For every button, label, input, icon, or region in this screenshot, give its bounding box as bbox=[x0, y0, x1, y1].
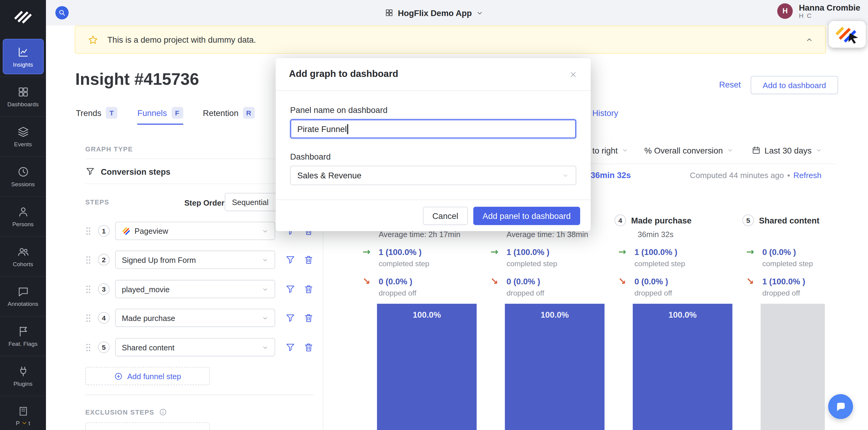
user-name: Hanna Crombie bbox=[799, 3, 861, 12]
funnel-bar[interactable] bbox=[761, 304, 825, 430]
direction-label: to right bbox=[592, 145, 618, 155]
project-switcher[interactable]: HogFlix Demo App bbox=[0, 0, 868, 25]
sidebar-item-dashboards[interactable]: Dashboards bbox=[0, 77, 46, 117]
close-icon[interactable] bbox=[569, 70, 577, 79]
posthog-logo-color-icon bbox=[833, 25, 862, 45]
tab-funnels[interactable]: Funnels F bbox=[137, 107, 183, 125]
funnel-column: 5 Shared content 0 (0.0% ) completed ste… bbox=[741, 188, 836, 430]
tab-label: Funnels bbox=[137, 108, 167, 117]
step-event-label: Shared content bbox=[122, 343, 175, 351]
tab-retention[interactable]: Retention R bbox=[203, 107, 255, 123]
sidebar-item-insights[interactable]: Insights bbox=[2, 39, 43, 74]
chevron-down-icon bbox=[815, 147, 822, 153]
dropped-label: dropped off bbox=[506, 289, 545, 297]
metric-label: % Overall conversion bbox=[645, 145, 723, 155]
project-label-start: P bbox=[16, 420, 20, 426]
drag-handle-icon[interactable] bbox=[85, 313, 93, 323]
step-name: Shared content bbox=[759, 216, 819, 225]
sidebar-item-sessions[interactable]: Sessions bbox=[0, 156, 46, 196]
completed-count: 1 (100.0% ) bbox=[506, 247, 550, 257]
direction-select[interactable]: to right bbox=[592, 136, 628, 164]
funnel-bar[interactable]: 100.0% bbox=[377, 304, 477, 430]
step-number-badge: 4 bbox=[98, 312, 110, 324]
sidebar-item-label: Annotations bbox=[7, 300, 38, 307]
persons-icon bbox=[17, 206, 29, 218]
trash-icon[interactable] bbox=[303, 313, 314, 323]
sidebar-item-plugins[interactable]: Plugins bbox=[0, 356, 46, 396]
sidebar-item-project[interactable]: P t bbox=[0, 396, 46, 430]
refresh-link[interactable]: Refresh bbox=[793, 171, 822, 179]
chat-icon bbox=[834, 400, 846, 412]
sidebar-item-events[interactable]: Events bbox=[0, 116, 46, 156]
computed-text: Computed 44 minutes ago bbox=[690, 171, 784, 179]
posthog-logo-icon[interactable] bbox=[0, 0, 46, 34]
dashboard-select[interactable]: Sales & Revenue bbox=[290, 166, 576, 185]
drag-handle-icon[interactable] bbox=[85, 226, 93, 236]
chevron-down-icon bbox=[262, 257, 269, 263]
user-meta: H C bbox=[799, 12, 861, 19]
modal-header: Add graph to dashboard bbox=[276, 58, 591, 91]
chevron-down-icon bbox=[621, 147, 628, 153]
add-panel-to-dashboard-button[interactable]: Add panel to dashboard bbox=[473, 206, 580, 225]
exclusion-steps-dropzone[interactable] bbox=[85, 423, 210, 430]
sidebar-item-label: Sessions bbox=[11, 181, 35, 188]
step-event-select[interactable]: Pageview bbox=[115, 222, 275, 240]
events-icon bbox=[17, 126, 29, 138]
trash-icon[interactable] bbox=[303, 284, 314, 294]
time-to-convert: 36min 32s bbox=[591, 170, 631, 179]
arrow-down-right-icon bbox=[743, 276, 758, 287]
sidebar-item-cohorts[interactable]: Cohorts bbox=[0, 236, 46, 276]
cancel-button[interactable]: Cancel bbox=[423, 206, 468, 225]
step-event-select[interactable]: played_movie bbox=[115, 280, 275, 298]
funnel-bar[interactable]: 100.0% bbox=[633, 304, 732, 430]
date-range-select[interactable]: Last 30 days bbox=[752, 136, 822, 164]
add-funnel-step-label: Add funnel step bbox=[127, 372, 181, 380]
add-to-dashboard-button[interactable]: Add to dashboard bbox=[751, 76, 838, 94]
chat-launcher[interactable] bbox=[828, 394, 853, 419]
filter-funnel-icon[interactable] bbox=[285, 284, 296, 294]
filter-funnel-icon[interactable] bbox=[285, 342, 296, 352]
sidebar-item-persons[interactable]: Persons bbox=[0, 196, 46, 236]
chevron-up-icon[interactable] bbox=[805, 36, 813, 44]
avatar: H bbox=[777, 3, 793, 19]
tab-badge: R bbox=[243, 107, 254, 118]
add-funnel-step-button[interactable]: Add funnel step bbox=[85, 367, 210, 385]
step-event-select[interactable]: Signed Up from Form bbox=[115, 251, 275, 268]
tab-trends[interactable]: Trends T bbox=[76, 107, 118, 123]
text-cursor bbox=[347, 124, 348, 134]
insight-tabs: Trends T Funnels F Retention R bbox=[76, 107, 255, 125]
metric-select[interactable]: % Overall conversion bbox=[645, 136, 734, 164]
step-event-label: Signed Up from Form bbox=[122, 255, 196, 264]
reset-link[interactable]: Reset bbox=[719, 80, 741, 89]
dropped-count: 0 (0.0% ) bbox=[506, 277, 540, 286]
user-menu[interactable]: H Hanna Crombie H C bbox=[777, 3, 860, 19]
graph-type-heading: GRAPH TYPE bbox=[85, 145, 133, 153]
step-event-select[interactable]: Shared content bbox=[115, 338, 275, 356]
sidebar-item-feature-flags[interactable]: Feat. Flags bbox=[0, 316, 46, 356]
star-icon bbox=[87, 34, 99, 46]
info-icon[interactable] bbox=[159, 408, 167, 416]
chevron-down-icon bbox=[262, 315, 269, 321]
panel-divider bbox=[85, 395, 314, 395]
sidebar-item-annotations[interactable]: Annotations bbox=[0, 276, 46, 316]
arrow-right-icon bbox=[359, 246, 374, 257]
bar-percentage-label: 100.0% bbox=[413, 310, 441, 430]
step-event-label: Pageview bbox=[134, 227, 168, 235]
drag-handle-icon[interactable] bbox=[85, 255, 93, 265]
panel-name-input[interactable]: Pirate Funnel bbox=[290, 119, 576, 139]
trash-icon[interactable] bbox=[303, 342, 314, 352]
modal-footer: Cancel Add panel to dashboard bbox=[276, 200, 591, 231]
step-event-select[interactable]: Made purchase bbox=[115, 309, 275, 327]
funnel-bar[interactable]: 100.0% bbox=[505, 304, 604, 430]
drag-handle-icon[interactable] bbox=[85, 342, 93, 352]
step-event-label: Made purchase bbox=[122, 313, 176, 322]
filter-funnel-icon[interactable] bbox=[285, 313, 296, 323]
average-time: Average time: 1h 38min bbox=[506, 230, 588, 239]
tab-label: Retention bbox=[203, 108, 239, 117]
filter-funnel-icon[interactable] bbox=[285, 254, 296, 265]
tab-history[interactable]: History bbox=[592, 108, 618, 117]
trash-icon[interactable] bbox=[303, 254, 314, 265]
completed-label: completed step bbox=[762, 259, 813, 268]
tab-label: Trends bbox=[76, 108, 101, 117]
drag-handle-icon[interactable] bbox=[85, 284, 93, 294]
